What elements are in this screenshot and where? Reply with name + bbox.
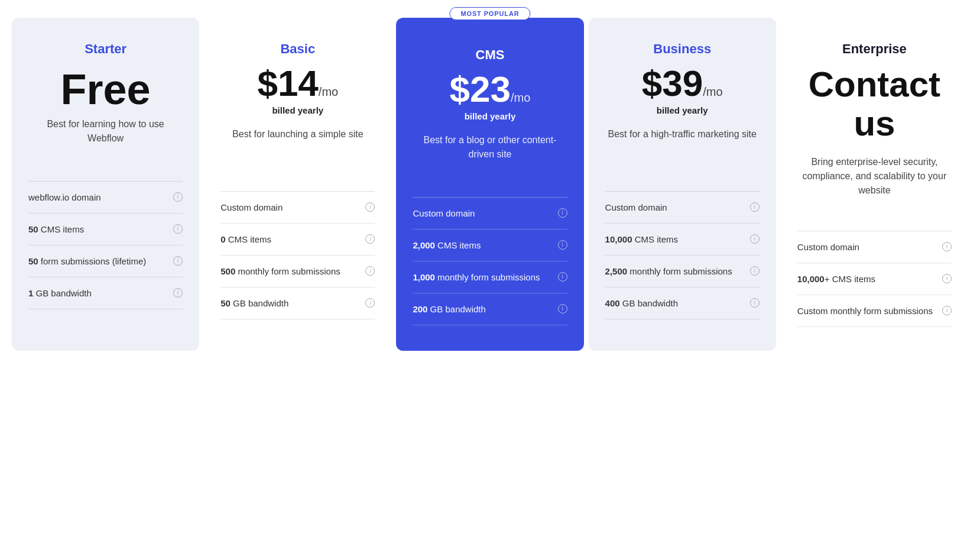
- info-icon[interactable]: i: [942, 274, 952, 283]
- feature-item: 0 CMS items i: [220, 224, 375, 256]
- plan-price-basic: $14: [257, 63, 318, 104]
- feature-item: 500 monthly form submissions i: [220, 256, 375, 288]
- info-icon[interactable]: i: [750, 266, 760, 276]
- info-icon[interactable]: i: [365, 298, 375, 308]
- plan-billing-business: billed yearly: [605, 105, 760, 115]
- plan-name-enterprise: Enterprise: [797, 41, 952, 57]
- features-list-enterprise: Custom domain i 10,000+ CMS items i Cust…: [797, 231, 952, 327]
- feature-text: 200 GB bandwidth: [413, 303, 485, 315]
- plan-name-business: Business: [605, 41, 760, 57]
- feature-item: Custom domain i: [605, 192, 760, 224]
- feature-text: Custom monthly form submissions: [797, 305, 933, 317]
- price-row-basic: $14/mo: [220, 65, 375, 102]
- feature-text: 50 form submissions (lifetime): [28, 255, 146, 267]
- plan-description-basic: Best for launching a simple site: [220, 127, 375, 175]
- most-popular-badge: MOST POPULAR: [449, 7, 530, 20]
- plan-description-business: Best for a high-traffic marketing site: [605, 127, 760, 175]
- info-icon[interactable]: i: [365, 202, 375, 212]
- price-row-business: $39/mo: [605, 65, 760, 102]
- feature-item: 2,500 monthly form submissions i: [605, 256, 760, 288]
- info-icon[interactable]: i: [173, 192, 183, 202]
- feature-text: Custom domain: [797, 241, 859, 253]
- info-icon[interactable]: i: [173, 256, 183, 266]
- info-icon[interactable]: i: [558, 240, 567, 250]
- feature-item: Custom monthly form submissions i: [797, 295, 952, 327]
- features-list-basic: Custom domain i 0 CMS items i 500 monthl…: [220, 191, 375, 319]
- info-icon[interactable]: i: [942, 306, 952, 315]
- info-icon[interactable]: i: [750, 298, 760, 308]
- plan-description-cms: Best for a blog or other content-driven …: [413, 133, 567, 180]
- feature-item: Custom domain i: [220, 192, 375, 224]
- plan-price-business: $39: [642, 63, 703, 104]
- pricing-container: Starter Free Best for learning how to us…: [12, 18, 968, 351]
- feature-item: 10,000+ CMS items i: [797, 263, 952, 295]
- info-icon[interactable]: i: [558, 208, 567, 218]
- feature-item: 50 form submissions (lifetime) i: [28, 245, 183, 277]
- plan-price-enterprise: Contact us: [797, 65, 952, 143]
- feature-item: 1 GB bandwidth i: [28, 277, 183, 309]
- info-icon[interactable]: i: [558, 272, 567, 282]
- feature-text: webflow.io domain: [28, 191, 101, 203]
- feature-item: 50 CMS items i: [28, 214, 183, 245]
- feature-item: 10,000 CMS items i: [605, 224, 760, 256]
- feature-text: 50 CMS items: [28, 223, 84, 235]
- feature-text: 400 GB bandwidth: [605, 297, 678, 309]
- feature-text: 10,000 CMS items: [605, 233, 678, 245]
- plan-price-starter: Free: [28, 65, 183, 114]
- plan-price-suffix-business: /mo: [703, 85, 722, 98]
- info-icon[interactable]: i: [365, 266, 375, 276]
- info-icon[interactable]: i: [173, 224, 183, 234]
- plan-name-basic: Basic: [220, 41, 375, 57]
- features-list-starter: webflow.io domain i 50 CMS items i 50 fo…: [28, 181, 183, 309]
- plan-description-starter: Best for learning how to use Webflow: [28, 117, 183, 164]
- plan-card-cms: MOST POPULAR CMS $23/mo billed yearly Be…: [396, 18, 583, 351]
- plan-description-enterprise: Bring enterprise-level security, complia…: [797, 155, 952, 214]
- price-row-cms: $23/mo: [413, 71, 567, 108]
- plan-card-basic: Basic $14/mo billed yearly Best for laun…: [204, 18, 391, 351]
- feature-item: 2,000 CMS items i: [413, 230, 567, 261]
- plan-name-starter: Starter: [28, 41, 183, 57]
- info-icon[interactable]: i: [750, 202, 760, 212]
- info-icon[interactable]: i: [365, 234, 375, 244]
- plan-card-starter: Starter Free Best for learning how to us…: [12, 18, 199, 351]
- feature-item: Custom domain i: [797, 231, 952, 263]
- info-icon[interactable]: i: [750, 234, 760, 244]
- info-icon[interactable]: i: [558, 304, 567, 314]
- features-list-business: Custom domain i 10,000 CMS items i 2,500…: [605, 191, 760, 319]
- feature-text: 500 monthly form submissions: [220, 265, 340, 277]
- plan-price-cms: $23: [450, 69, 511, 109]
- feature-text: Custom domain: [413, 207, 475, 219]
- feature-text: 50 GB bandwidth: [220, 297, 288, 309]
- feature-text: Custom domain: [220, 201, 283, 214]
- feature-item: webflow.io domain i: [28, 182, 183, 214]
- feature-text: 1 GB bandwidth: [28, 287, 92, 299]
- feature-text: 0 CMS items: [220, 233, 271, 245]
- plan-price-suffix-cms: /mo: [511, 91, 530, 104]
- plan-billing-basic: billed yearly: [220, 105, 375, 115]
- plan-name-cms: CMS: [413, 47, 567, 63]
- info-icon[interactable]: i: [173, 288, 183, 298]
- feature-item: 50 GB bandwidth i: [220, 288, 375, 319]
- plan-price-suffix-basic: /mo: [319, 85, 338, 98]
- plan-card-enterprise: Enterprise Contact us Bring enterprise-l…: [781, 18, 968, 351]
- feature-text: 2,500 monthly form submissions: [605, 265, 732, 277]
- feature-item: 400 GB bandwidth i: [605, 288, 760, 319]
- feature-text: Custom domain: [605, 201, 667, 214]
- feature-item: 1,000 monthly form submissions i: [413, 261, 567, 293]
- feature-item: 200 GB bandwidth i: [413, 293, 567, 325]
- feature-text: 1,000 monthly form submissions: [413, 271, 540, 283]
- plan-card-business: Business $39/mo billed yearly Best for a…: [589, 18, 776, 351]
- feature-text: 10,000+ CMS items: [797, 273, 875, 285]
- plan-billing-cms: billed yearly: [413, 111, 567, 121]
- feature-item: Custom domain i: [413, 198, 567, 230]
- features-list-cms: Custom domain i 2,000 CMS items i 1,000 …: [413, 197, 567, 325]
- feature-text: 2,000 CMS items: [413, 239, 481, 251]
- info-icon[interactable]: i: [942, 242, 952, 251]
